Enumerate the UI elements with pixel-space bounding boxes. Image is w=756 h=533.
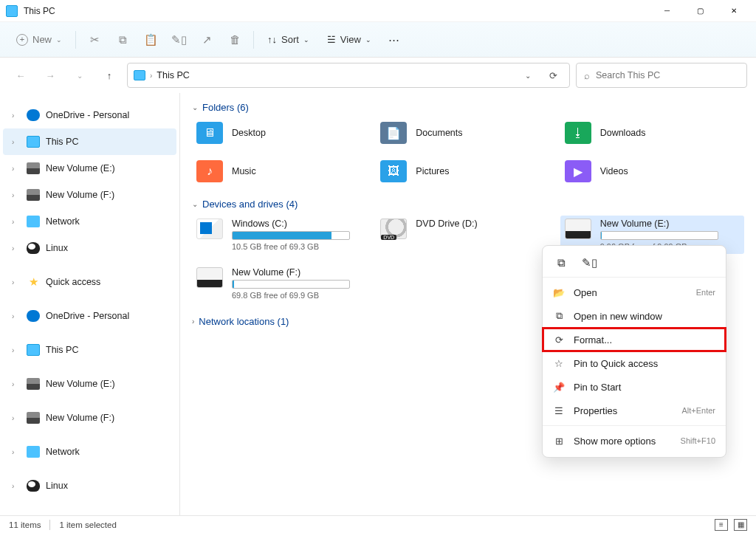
dvd-drive-icon: [380, 219, 407, 239]
drive-new-volume-f[interactable]: New Volume (F:) 69.8 GB free of 69.9 GB: [192, 264, 376, 303]
chevron-right-icon: ›: [12, 482, 21, 490]
sidebar-item-network[interactable]: ›Network: [3, 208, 176, 235]
sidebar-item-drive-f[interactable]: ›New Volume (F:): [3, 405, 176, 431]
view-button[interactable]: ☱ View ⌄: [320, 30, 379, 49]
drive-name: Windows (C:): [232, 219, 371, 229]
ctx-open[interactable]: 📂OpenEnter: [543, 281, 726, 304]
ctx-shortcut: Shift+F10: [681, 436, 715, 445]
network-icon: [27, 446, 40, 458]
sidebar-item-this-pc[interactable]: ›This PC: [3, 337, 176, 363]
more-icon: ⊞: [553, 436, 565, 447]
folder-desktop[interactable]: 🖥Desktop: [192, 119, 376, 147]
details-view-button[interactable]: ≡: [715, 519, 728, 531]
ctx-label: Pin to Start: [574, 382, 621, 393]
sidebar-item-drive-f[interactable]: ›New Volume (F:): [3, 182, 176, 208]
downloads-icon: ⭳: [565, 122, 591, 144]
ctx-pin-start[interactable]: 📌Pin to Start: [543, 375, 726, 399]
copy-icon[interactable]: ⧉: [553, 255, 569, 271]
cloud-icon: [27, 310, 40, 322]
cut-icon[interactable]: ✂: [82, 27, 107, 52]
breadcrumb[interactable]: This PC: [157, 70, 189, 80]
pc-icon: [27, 136, 40, 148]
folders-group-header[interactable]: ⌄ Folders (6): [192, 102, 744, 113]
titlebar: This PC ─ ▢ ✕: [0, 0, 756, 22]
pc-icon: [27, 344, 40, 356]
copy-icon[interactable]: ⧉: [110, 27, 135, 52]
folder-downloads[interactable]: ⭳Downloads: [560, 119, 744, 147]
ctx-open-new-window[interactable]: ⧉Open in new window: [543, 304, 726, 328]
ctx-properties[interactable]: ☰PropertiesAlt+Enter: [543, 399, 726, 422]
properties-icon: ☰: [553, 405, 565, 416]
videos-icon: ▶: [565, 160, 591, 182]
sidebar-item-onedrive[interactable]: ›OneDrive - Personal: [3, 303, 176, 329]
ctx-pin-quick-access[interactable]: ☆Pin to Quick access: [543, 351, 726, 375]
sidebar-item-drive-e[interactable]: ›New Volume (E:): [3, 155, 176, 182]
sidebar-item-this-pc[interactable]: ›This PC: [3, 128, 176, 155]
sidebar-item-drive-e[interactable]: ›New Volume (E:): [3, 371, 176, 397]
drive-dvd-d[interactable]: DVD Drive (D:): [376, 216, 560, 254]
navigation-row: ← → ⌄ ↑ › This PC ⌄ ⟳ ⌕: [0, 58, 756, 93]
sidebar-item-network[interactable]: ›Network: [3, 439, 176, 465]
close-button[interactable]: ✕: [717, 0, 750, 22]
navigation-pane: ›OneDrive - Personal ›This PC ›New Volum…: [0, 93, 180, 515]
music-icon: ♪: [196, 160, 223, 182]
search-input[interactable]: [596, 70, 739, 80]
icons-view-button[interactable]: ▦: [734, 519, 747, 531]
chevron-right-icon: ›: [12, 346, 21, 354]
maximize-button[interactable]: ▢: [684, 0, 717, 22]
folder-videos[interactable]: ▶Videos: [560, 157, 744, 185]
refresh-button[interactable]: ⟳: [543, 65, 563, 86]
toolbar-divider: [253, 31, 254, 49]
sidebar-item-label: New Volume (F:): [46, 413, 114, 423]
ctx-format[interactable]: ⟳Format...: [543, 328, 726, 351]
drive-windows-c[interactable]: Windows (C:) 10.5 GB free of 69.3 GB: [192, 216, 376, 254]
rename-icon[interactable]: ✎▯: [581, 255, 597, 271]
folder-label: Documents: [416, 128, 462, 138]
ctx-label: Format...: [574, 334, 612, 345]
windows-drive-icon: [196, 219, 223, 239]
pc-icon: [134, 70, 145, 80]
cloud-icon: [27, 109, 40, 121]
sidebar-item-linux[interactable]: ›Linux: [3, 235, 176, 261]
drive-name: New Volume (F:): [232, 267, 371, 278]
app-icon: [6, 5, 18, 17]
sidebar-item-quick-access[interactable]: ›★Quick access: [3, 269, 176, 295]
status-items-count: 11 items: [9, 520, 41, 529]
recent-dropdown[interactable]: ⌄: [68, 63, 92, 87]
drives-group-header[interactable]: ⌄ Devices and drives (4): [192, 199, 744, 210]
address-dropdown[interactable]: ⌄: [518, 65, 538, 86]
folder-label: Desktop: [232, 128, 266, 138]
folder-music[interactable]: ♪Music: [192, 157, 376, 185]
forward-button[interactable]: →: [38, 63, 62, 87]
address-bar[interactable]: › This PC ⌄ ⟳: [127, 63, 570, 88]
linux-icon: [27, 242, 40, 254]
search-box[interactable]: ⌕: [576, 63, 747, 88]
up-button[interactable]: ↑: [97, 63, 121, 87]
sort-button[interactable]: ↑↓ Sort ⌄: [260, 30, 317, 49]
folder-pictures[interactable]: 🖼Pictures: [376, 157, 560, 185]
new-label: New: [32, 34, 52, 45]
paste-icon[interactable]: 📋: [138, 27, 163, 52]
ctx-label: Properties: [574, 405, 617, 416]
sidebar-item-label: New Volume (E:): [46, 163, 115, 173]
back-button[interactable]: ←: [9, 63, 32, 87]
sidebar-item-label: Network: [46, 447, 80, 457]
folder-documents[interactable]: 📄Documents: [376, 119, 560, 147]
sidebar-item-label: Linux: [46, 243, 68, 253]
minimize-button[interactable]: ─: [650, 0, 684, 22]
sidebar-item-linux[interactable]: ›Linux: [3, 472, 176, 499]
delete-icon[interactable]: 🗑: [222, 27, 247, 52]
chevron-right-icon: ›: [12, 138, 21, 146]
star-icon: ☆: [553, 358, 565, 369]
ctx-show-more[interactable]: ⊞Show more optionsShift+F10: [543, 429, 726, 453]
chevron-down-icon: ⌄: [365, 36, 371, 44]
sidebar-item-onedrive[interactable]: ›OneDrive - Personal: [3, 102, 176, 128]
folders-grid: 🖥Desktop 📄Documents ⭳Downloads ♪Music 🖼P…: [192, 119, 744, 185]
rename-icon[interactable]: ✎▯: [166, 27, 191, 52]
more-button[interactable]: ⋯: [382, 27, 407, 52]
sidebar-item-label: New Volume (E:): [46, 379, 115, 389]
new-button[interactable]: + New ⌄: [9, 30, 69, 50]
window-controls: ─ ▢ ✕: [650, 0, 750, 22]
share-icon[interactable]: ↗: [194, 27, 219, 52]
search-icon: ⌕: [584, 70, 590, 81]
